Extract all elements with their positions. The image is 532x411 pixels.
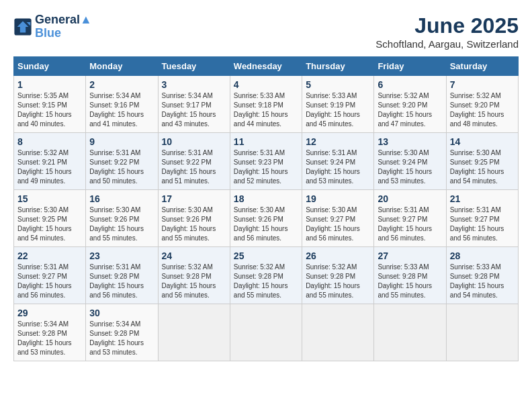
table-row: 11 Sunrise: 5:31 AM Sunset: 9:23 PM Dayl… [230, 133, 302, 190]
day-info: Sunrise: 5:35 AM Sunset: 9:15 PM Dayligh… [17, 91, 82, 129]
calendar-row: 22 Sunrise: 5:31 AM Sunset: 9:27 PM Dayl… [14, 247, 519, 304]
table-row: 4 Sunrise: 5:33 AM Sunset: 9:18 PM Dayli… [230, 76, 302, 133]
table-row: 2 Sunrise: 5:34 AM Sunset: 9:16 PM Dayli… [86, 76, 158, 133]
table-row: 8 Sunrise: 5:32 AM Sunset: 9:21 PM Dayli… [14, 133, 86, 190]
table-row: 1 Sunrise: 5:35 AM Sunset: 9:15 PM Dayli… [14, 76, 86, 133]
day-info: Sunrise: 5:31 AM Sunset: 9:28 PM Dayligh… [89, 263, 154, 300]
logo-icon [13, 17, 32, 36]
day-number: 12 [306, 136, 370, 147]
day-number: 25 [234, 250, 298, 261]
calendar-subtitle: Schoftland, Aargau, Switzerland [375, 38, 519, 50]
day-number: 30 [89, 308, 154, 318]
day-info: Sunrise: 5:30 AM Sunset: 9:25 PM Dayligh… [17, 205, 82, 243]
title-area: June 2025 Schoftland, Aargau, Switzerlan… [375, 13, 519, 50]
day-info: Sunrise: 5:30 AM Sunset: 9:26 PM Dayligh… [89, 205, 154, 243]
day-info: Sunrise: 5:33 AM Sunset: 9:28 PM Dayligh… [378, 263, 442, 300]
day-info: Sunrise: 5:33 AM Sunset: 9:18 PM Dayligh… [234, 91, 298, 129]
header-sunday: Sunday [14, 57, 86, 76]
header-monday: Monday [86, 57, 158, 76]
table-row: 17 Sunrise: 5:30 AM Sunset: 9:26 PM Dayl… [158, 190, 230, 247]
table-row: 22 Sunrise: 5:31 AM Sunset: 9:27 PM Dayl… [14, 247, 86, 304]
day-info: Sunrise: 5:33 AM Sunset: 9:28 PM Dayligh… [450, 263, 515, 300]
day-info: Sunrise: 5:31 AM Sunset: 9:27 PM Dayligh… [17, 263, 82, 300]
day-info: Sunrise: 5:32 AM Sunset: 9:28 PM Dayligh… [234, 263, 298, 300]
day-number: 11 [234, 136, 298, 147]
day-info: Sunrise: 5:31 AM Sunset: 9:22 PM Dayligh… [162, 148, 226, 186]
day-info: Sunrise: 5:30 AM Sunset: 9:24 PM Dayligh… [378, 148, 442, 186]
day-number: 18 [234, 193, 298, 204]
table-row: 5 Sunrise: 5:33 AM Sunset: 9:19 PM Dayli… [302, 76, 374, 133]
day-number: 28 [450, 250, 515, 261]
calendar-row: 8 Sunrise: 5:32 AM Sunset: 9:21 PM Dayli… [14, 133, 519, 190]
day-number: 27 [378, 250, 442, 261]
day-info: Sunrise: 5:34 AM Sunset: 9:28 PM Dayligh… [89, 320, 154, 357]
day-number: 20 [378, 193, 442, 204]
header-tuesday: Tuesday [158, 57, 230, 76]
day-info: Sunrise: 5:31 AM Sunset: 9:24 PM Dayligh… [306, 148, 370, 186]
table-row: 3 Sunrise: 5:34 AM Sunset: 9:17 PM Dayli… [158, 76, 230, 133]
header-saturday: Saturday [446, 57, 518, 76]
table-row [446, 304, 518, 361]
day-info: Sunrise: 5:30 AM Sunset: 9:27 PM Dayligh… [306, 205, 370, 243]
table-row: 10 Sunrise: 5:31 AM Sunset: 9:22 PM Dayl… [158, 133, 230, 190]
day-number: 3 [162, 79, 226, 90]
day-info: Sunrise: 5:34 AM Sunset: 9:16 PM Dayligh… [89, 91, 154, 129]
day-info: Sunrise: 5:31 AM Sunset: 9:27 PM Dayligh… [450, 205, 515, 243]
day-number: 23 [89, 250, 154, 261]
calendar-header: General▲ Blue June 2025 Schoftland, Aarg… [13, 13, 519, 50]
day-info: Sunrise: 5:32 AM Sunset: 9:21 PM Dayligh… [17, 148, 82, 186]
day-info: Sunrise: 5:31 AM Sunset: 9:22 PM Dayligh… [89, 148, 154, 186]
day-info: Sunrise: 5:32 AM Sunset: 9:28 PM Dayligh… [162, 263, 226, 300]
logo: General▲ Blue [13, 13, 92, 40]
day-info: Sunrise: 5:31 AM Sunset: 9:23 PM Dayligh… [234, 148, 298, 186]
table-row: 23 Sunrise: 5:31 AM Sunset: 9:28 PM Dayl… [86, 247, 158, 304]
table-row: 20 Sunrise: 5:31 AM Sunset: 9:27 PM Dayl… [374, 190, 446, 247]
day-number: 15 [17, 193, 82, 204]
table-row: 27 Sunrise: 5:33 AM Sunset: 9:28 PM Dayl… [374, 247, 446, 304]
logo-text: General▲ Blue [35, 13, 92, 40]
day-number: 17 [162, 193, 226, 204]
table-row: 7 Sunrise: 5:32 AM Sunset: 9:20 PM Dayli… [446, 76, 518, 133]
day-number: 7 [450, 79, 515, 90]
calendar-row: 29 Sunrise: 5:34 AM Sunset: 9:28 PM Dayl… [14, 304, 519, 361]
day-number: 9 [89, 136, 154, 147]
header-thursday: Thursday [302, 57, 374, 76]
day-number: 6 [378, 79, 442, 90]
table-row: 21 Sunrise: 5:31 AM Sunset: 9:27 PM Dayl… [446, 190, 518, 247]
day-number: 22 [17, 250, 82, 261]
day-info: Sunrise: 5:33 AM Sunset: 9:19 PM Dayligh… [306, 91, 370, 129]
day-info: Sunrise: 5:32 AM Sunset: 9:28 PM Dayligh… [306, 263, 370, 300]
calendar-row: 1 Sunrise: 5:35 AM Sunset: 9:15 PM Dayli… [14, 76, 519, 133]
table-row: 24 Sunrise: 5:32 AM Sunset: 9:28 PM Dayl… [158, 247, 230, 304]
table-row [374, 304, 446, 361]
day-number: 8 [17, 136, 82, 147]
day-number: 10 [162, 136, 226, 147]
table-row: 19 Sunrise: 5:30 AM Sunset: 9:27 PM Dayl… [302, 190, 374, 247]
table-row: 25 Sunrise: 5:32 AM Sunset: 9:28 PM Dayl… [230, 247, 302, 304]
day-number: 2 [89, 79, 154, 90]
header-row: Sunday Monday Tuesday Wednesday Thursday… [14, 57, 519, 76]
day-number: 21 [450, 193, 515, 204]
day-info: Sunrise: 5:32 AM Sunset: 9:20 PM Dayligh… [378, 91, 442, 129]
table-row [302, 304, 374, 361]
table-row: 6 Sunrise: 5:32 AM Sunset: 9:20 PM Dayli… [374, 76, 446, 133]
table-row: 16 Sunrise: 5:30 AM Sunset: 9:26 PM Dayl… [86, 190, 158, 247]
table-row: 13 Sunrise: 5:30 AM Sunset: 9:24 PM Dayl… [374, 133, 446, 190]
day-info: Sunrise: 5:30 AM Sunset: 9:25 PM Dayligh… [450, 148, 515, 186]
day-info: Sunrise: 5:30 AM Sunset: 9:26 PM Dayligh… [162, 205, 226, 243]
calendar-row: 15 Sunrise: 5:30 AM Sunset: 9:25 PM Dayl… [14, 190, 519, 247]
table-row: 9 Sunrise: 5:31 AM Sunset: 9:22 PM Dayli… [86, 133, 158, 190]
header-friday: Friday [374, 57, 446, 76]
table-row: 14 Sunrise: 5:30 AM Sunset: 9:25 PM Dayl… [446, 133, 518, 190]
table-row: 26 Sunrise: 5:32 AM Sunset: 9:28 PM Dayl… [302, 247, 374, 304]
day-info: Sunrise: 5:34 AM Sunset: 9:28 PM Dayligh… [17, 320, 82, 357]
table-row: 28 Sunrise: 5:33 AM Sunset: 9:28 PM Dayl… [446, 247, 518, 304]
table-row: 15 Sunrise: 5:30 AM Sunset: 9:25 PM Dayl… [14, 190, 86, 247]
day-number: 29 [17, 308, 82, 318]
day-number: 5 [306, 79, 370, 90]
table-row: 18 Sunrise: 5:30 AM Sunset: 9:26 PM Dayl… [230, 190, 302, 247]
day-number: 14 [450, 136, 515, 147]
calendar-title: June 2025 [375, 13, 519, 38]
day-info: Sunrise: 5:30 AM Sunset: 9:26 PM Dayligh… [234, 205, 298, 243]
table-row [230, 304, 302, 361]
